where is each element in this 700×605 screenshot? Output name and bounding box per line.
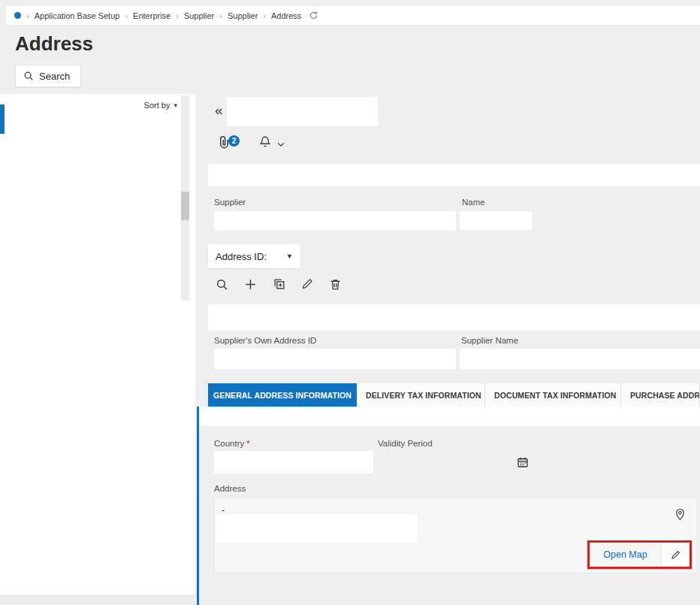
vertical-scrollbar-thumb[interactable] xyxy=(181,192,189,220)
horizontal-scrollbar[interactable] xyxy=(0,594,195,605)
selected-item-indicator xyxy=(0,104,5,134)
record-list-panel: Sort by ▾ xyxy=(0,94,195,605)
detail-panel: « 2 Supplier Name Address ID: ▼ xyxy=(195,94,700,605)
breadcrumb-item-enterprise[interactable]: Enterprise xyxy=(133,11,170,20)
duplicate-button[interactable] xyxy=(273,278,285,291)
address-id-dropdown[interactable]: Address ID: ▼ xyxy=(208,244,300,268)
trash-icon xyxy=(329,278,342,291)
search-button[interactable]: Search xyxy=(15,65,81,87)
section-spacer xyxy=(199,407,700,426)
address-id-dropdown-label: Address ID: xyxy=(216,251,267,262)
own-address-id-label: Supplier's Own Address ID xyxy=(214,336,316,345)
validity-period-field[interactable] xyxy=(378,451,533,473)
edit-button[interactable] xyxy=(301,278,313,291)
tab-delivery-tax-information[interactable]: DELIVERY TAX INFORMATION xyxy=(357,383,485,407)
map-pin-icon[interactable] xyxy=(674,508,686,521)
supplier-label: Supplier xyxy=(214,198,246,207)
tab-bar: GENERAL ADDRESS INFORMATION DELIVERY TAX… xyxy=(208,383,700,407)
delete-button[interactable] xyxy=(329,278,342,291)
country-label-text: Country xyxy=(214,439,244,448)
country-label: Country* xyxy=(214,439,250,448)
sort-by-control[interactable]: Sort by ▾ xyxy=(144,101,177,110)
section-spacer xyxy=(208,304,700,331)
search-records-button[interactable] xyxy=(216,278,228,291)
country-field[interactable] xyxy=(214,451,373,473)
search-icon xyxy=(23,71,34,81)
edit-address-button[interactable] xyxy=(661,543,689,567)
record-toolbar xyxy=(216,278,342,291)
chevron-down-icon: ▾ xyxy=(173,101,177,109)
page-header: Address Search xyxy=(0,25,700,94)
chevron-right-icon: › xyxy=(125,11,128,20)
breadcrumb-item-supplier[interactable]: Supplier xyxy=(184,11,214,20)
breadcrumb-bar: › Application Base Setup › Enterprise › … xyxy=(6,6,700,25)
pencil-icon xyxy=(301,278,313,291)
address-text-field[interactable] xyxy=(216,514,418,543)
section-spacer xyxy=(208,164,700,186)
chevron-down-icon xyxy=(276,140,285,149)
chevron-right-icon: › xyxy=(26,11,29,20)
collapse-panel-icon[interactable]: « xyxy=(215,102,223,119)
record-title-field[interactable] xyxy=(227,97,378,126)
pencil-icon xyxy=(671,550,680,560)
chevron-down-icon: ▼ xyxy=(286,253,293,260)
app-window: › Application Base Setup › Enterprise › … xyxy=(0,0,700,605)
chevron-right-icon: › xyxy=(263,11,266,20)
notifications-chevron[interactable] xyxy=(276,140,285,149)
page-title: Address xyxy=(15,32,93,56)
workspace-dot-icon xyxy=(14,12,21,19)
chevron-right-icon: › xyxy=(176,11,179,20)
supplier-field[interactable] xyxy=(214,211,456,230)
annotation-highlight-box: Open Map xyxy=(587,540,692,569)
attachments-count-badge: 2 xyxy=(228,135,240,147)
search-icon xyxy=(216,278,228,291)
address-composite-field: - Open Map xyxy=(214,498,697,573)
tab-document-tax-information[interactable]: DOCUMENT TAX INFORMATION xyxy=(485,383,621,407)
refresh-icon[interactable] xyxy=(309,11,318,20)
duplicate-icon xyxy=(273,278,285,291)
sort-by-label: Sort by xyxy=(144,101,170,110)
plus-icon xyxy=(244,278,257,291)
open-map-link[interactable]: Open Map xyxy=(590,543,661,567)
tab-purchase-address[interactable]: PURCHASE ADDR xyxy=(621,383,700,407)
validity-period-label: Validity Period xyxy=(378,439,433,448)
required-asterisk: * xyxy=(246,439,249,448)
own-address-id-field[interactable] xyxy=(214,349,456,369)
search-button-label: Search xyxy=(39,71,70,82)
supplier-name-label: Supplier Name xyxy=(461,336,518,345)
name-label: Name xyxy=(462,198,485,207)
supplier-name-field[interactable] xyxy=(460,349,700,369)
name-field[interactable] xyxy=(460,211,532,230)
bell-icon xyxy=(258,135,272,149)
chevron-right-icon: › xyxy=(219,11,222,20)
breadcrumb-item-application-base-setup[interactable]: Application Base Setup xyxy=(35,11,120,20)
breadcrumb-item-address[interactable]: Address xyxy=(271,11,301,20)
active-tab-accent xyxy=(197,407,199,605)
add-button[interactable] xyxy=(244,278,257,291)
vertical-scrollbar[interactable] xyxy=(181,95,189,301)
address-label: Address xyxy=(214,484,246,493)
tab-general-address-information[interactable]: GENERAL ADDRESS INFORMATION xyxy=(208,383,357,407)
calendar-icon[interactable] xyxy=(517,456,529,468)
notifications-button[interactable] xyxy=(258,135,272,149)
breadcrumb-item-supplier-2[interactable]: Supplier xyxy=(228,11,258,20)
